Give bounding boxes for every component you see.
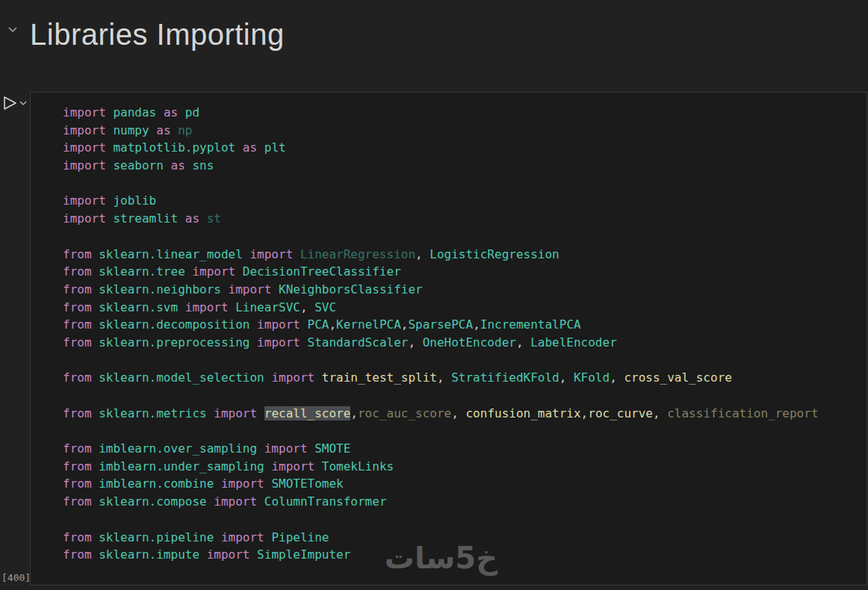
code-line[interactable]: from imblearn.under_sampling import Tome… bbox=[63, 458, 867, 476]
code-line[interactable]: from sklearn.decomposition import PCA,Ke… bbox=[63, 316, 867, 334]
code-line[interactable]: from sklearn.model_selection import trai… bbox=[63, 369, 867, 387]
code-line[interactable]: from sklearn.compose import ColumnTransf… bbox=[63, 493, 867, 511]
code-line[interactable]: from sklearn.svm import LinearSVC, SVC bbox=[63, 299, 867, 317]
code-line[interactable] bbox=[63, 352, 867, 370]
code-line[interactable]: from sklearn.preprocessing import Standa… bbox=[63, 334, 867, 352]
code-line[interactable] bbox=[63, 511, 867, 529]
code-line[interactable]: from sklearn.linear_model import LinearR… bbox=[63, 246, 867, 264]
code-line[interactable]: from imblearn.combine import SMOTETomek bbox=[63, 475, 867, 493]
code-line[interactable]: import matplotlib.pyplot as plt bbox=[63, 139, 867, 157]
chevron-down-icon[interactable] bbox=[6, 22, 19, 36]
code-line[interactable]: import seaborn as sns bbox=[63, 157, 867, 175]
markdown-cell: Libraries Importing bbox=[0, 0, 868, 82]
code-line[interactable] bbox=[63, 228, 867, 246]
code-cell[interactable]: import pandas as pdimport numpy as npimp… bbox=[30, 92, 867, 586]
chevron-down-icon[interactable] bbox=[18, 98, 28, 108]
code-line[interactable] bbox=[63, 387, 867, 405]
code-line[interactable] bbox=[63, 422, 867, 440]
code-line[interactable]: import streamlit as st bbox=[63, 210, 867, 228]
code-line[interactable]: import numpy as np bbox=[63, 122, 867, 140]
code-editor[interactable]: import pandas as pdimport numpy as npimp… bbox=[31, 104, 867, 564]
code-line[interactable]: from sklearn.tree import DecisionTreeCla… bbox=[63, 263, 867, 281]
code-line[interactable]: from sklearn.metrics import recall_score… bbox=[63, 405, 867, 423]
code-line[interactable] bbox=[63, 175, 867, 193]
code-line[interactable]: from imblearn.over_sampling import SMOTE bbox=[63, 440, 867, 458]
code-line[interactable]: import joblib bbox=[63, 192, 867, 210]
page-title: Libraries Importing bbox=[30, 18, 285, 52]
code-line[interactable]: from sklearn.neighbors import KNeighbors… bbox=[63, 281, 867, 299]
run-cell-button[interactable] bbox=[1, 95, 18, 111]
code-line[interactable]: import pandas as pd bbox=[63, 104, 867, 122]
watermark: خ5سات bbox=[378, 541, 497, 575]
execution-count-label: [400] bbox=[1, 572, 31, 583]
